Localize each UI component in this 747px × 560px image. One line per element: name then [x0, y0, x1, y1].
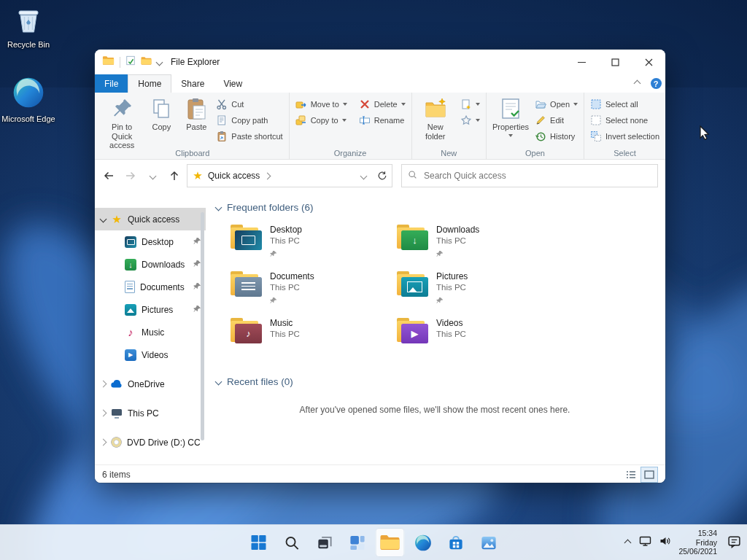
sidebar-item-desktop[interactable]: Desktop — [95, 230, 206, 253]
select-all-icon — [590, 98, 602, 110]
network-icon[interactable] — [639, 535, 651, 550]
invert-selection-button[interactable]: Invert selection — [588, 130, 662, 143]
new-item-button[interactable] — [458, 98, 482, 111]
new-folder-button[interactable]: New folder — [416, 94, 455, 144]
folder-tile-documents[interactable]: Documents This PC — [231, 271, 397, 318]
tab-home[interactable]: Home — [128, 74, 171, 93]
folder-tile-desktop[interactable]: Desktop This PC — [231, 225, 397, 271]
history-icon — [535, 131, 546, 142]
edge-label: Microsoft Edge — [0, 114, 57, 124]
sidebar-item-onedrive[interactable]: OneDrive — [95, 373, 206, 395]
search-box[interactable] — [401, 164, 658, 187]
move-to-button[interactable]: Move to — [293, 98, 349, 111]
desktop-icon-recycle-bin[interactable]: Recycle Bin — [0, 6, 57, 50]
ribbon-group-new: New folder New — [412, 93, 487, 159]
copy-path-button[interactable]: Copy path — [214, 114, 285, 127]
chevron-down-icon[interactable] — [215, 378, 222, 386]
sidebar-item-downloads[interactable]: ↓ Downloads — [95, 253, 206, 276]
rename-button[interactable]: Rename — [357, 114, 408, 127]
taskbar-store-button[interactable] — [441, 528, 471, 557]
properties-icon — [499, 97, 522, 120]
search-input[interactable] — [422, 170, 651, 182]
collapse-ribbon-icon[interactable] — [627, 74, 646, 93]
taskbar-edge-button[interactable] — [409, 528, 438, 557]
sidebar-item-quick-access[interactable]: ★ Quick access — [95, 208, 206, 230]
copy-to-button[interactable]: Copy to — [293, 114, 349, 127]
chevron-right-icon[interactable] — [100, 381, 107, 388]
maximize-button[interactable] — [598, 50, 632, 74]
help-icon[interactable]: ? — [646, 74, 665, 93]
sidebar-item-this-pc[interactable]: This PC — [95, 402, 206, 424]
title-bar[interactable]: File Explorer — [95, 50, 665, 74]
qat-properties-icon[interactable] — [125, 55, 136, 69]
details-view-button[interactable] — [623, 467, 639, 482]
sidebar-item-music[interactable]: ♪ Music — [95, 321, 206, 343]
delete-button[interactable]: Delete — [357, 98, 408, 111]
tab-share[interactable]: Share — [171, 74, 214, 93]
close-button[interactable] — [632, 50, 665, 74]
history-button[interactable]: History — [533, 130, 580, 143]
minimize-button[interactable] — [565, 50, 598, 74]
sidebar-scrollbar[interactable] — [201, 209, 205, 457]
taskbar-search-button[interactable] — [277, 528, 306, 557]
taskbar-photos-button[interactable] — [474, 528, 503, 557]
desktop-icon-microsoft-edge[interactable]: Microsoft Edge — [0, 76, 57, 124]
address-dropdown-icon[interactable] — [354, 166, 373, 186]
onedrive-icon — [111, 378, 123, 390]
breadcrumb[interactable]: Quick access — [208, 171, 260, 181]
folder-tile-music[interactable]: ♪ Music This PC — [231, 318, 397, 365]
items-count: 6 items — [102, 470, 131, 480]
select-all-button[interactable]: Select all — [588, 98, 662, 111]
breadcrumb-chevron-icon[interactable] — [264, 172, 271, 179]
recent-locations-icon[interactable] — [142, 165, 163, 187]
folder-tile-downloads[interactable]: ↓ Downloads This PC — [397, 225, 563, 271]
chevron-down-icon[interactable] — [100, 216, 107, 223]
up-button[interactable] — [163, 165, 185, 187]
invert-selection-icon — [590, 131, 602, 142]
volume-icon[interactable] — [659, 535, 671, 550]
back-button[interactable] — [98, 165, 120, 187]
tab-view[interactable]: View — [214, 74, 252, 93]
open-button[interactable]: Open — [533, 98, 580, 111]
address-box[interactable]: ★ Quick access — [187, 164, 392, 187]
start-button[interactable] — [244, 528, 274, 557]
folder-tile-pictures[interactable]: Pictures This PC — [397, 271, 563, 318]
scrollbar-thumb[interactable] — [201, 212, 204, 440]
large-icons-view-button[interactable] — [640, 467, 658, 483]
frequent-folders-header[interactable]: Frequent folders (6) — [216, 202, 654, 213]
sidebar-item-videos[interactable]: ▶ Videos — [95, 343, 206, 366]
copy-button[interactable]: Copy — [144, 94, 179, 135]
easy-access-button[interactable] — [458, 114, 482, 127]
recent-files-header[interactable]: Recent files (0) — [216, 376, 654, 387]
notification-center-icon[interactable] — [727, 534, 741, 551]
pin-to-quick-access-button[interactable]: Pin to Quick access — [100, 94, 144, 153]
this-pc-icon — [111, 408, 123, 419]
sidebar-item-pictures[interactable]: Pictures — [95, 298, 206, 321]
refresh-button[interactable] — [373, 166, 392, 186]
taskbar-clock[interactable]: 15:34 Friday 25/06/2021 — [678, 529, 717, 556]
sidebar-item-dvd-drive[interactable]: DVD Drive (D:) CC — [95, 431, 206, 454]
videos-folder-icon: ▶ — [397, 318, 428, 343]
ribbon-group-organize: Move to Copy to Delete — [290, 93, 412, 159]
chevron-down-icon[interactable] — [215, 204, 222, 211]
paste-button[interactable]: Paste — [179, 94, 214, 135]
chevron-right-icon[interactable] — [100, 410, 107, 417]
taskbar-file-explorer-button[interactable] — [376, 528, 405, 557]
tab-file[interactable]: File — [95, 74, 128, 93]
qat-customize-icon[interactable] — [156, 58, 163, 66]
task-view-button[interactable] — [310, 528, 339, 557]
properties-button[interactable]: Properties — [490, 94, 531, 140]
paste-shortcut-icon — [216, 131, 228, 142]
folder-tile-videos[interactable]: ▶ Videos This PC — [397, 318, 563, 365]
edit-button[interactable]: Edit — [533, 114, 580, 127]
select-none-button[interactable]: Select none — [588, 114, 662, 127]
chevron-right-icon[interactable] — [100, 439, 107, 446]
paste-shortcut-button[interactable]: Paste shortcut — [214, 130, 285, 143]
tray-overflow-chevron-icon[interactable] — [624, 539, 632, 546]
recent-files-empty-message: After you've opened some files, we'll sh… — [216, 405, 654, 415]
widgets-button[interactable] — [343, 528, 372, 557]
forward-button[interactable] — [120, 165, 142, 187]
sidebar-item-documents[interactable]: Documents — [95, 276, 206, 298]
qat-new-folder-icon[interactable] — [141, 55, 152, 69]
cut-button[interactable]: Cut — [214, 98, 285, 111]
